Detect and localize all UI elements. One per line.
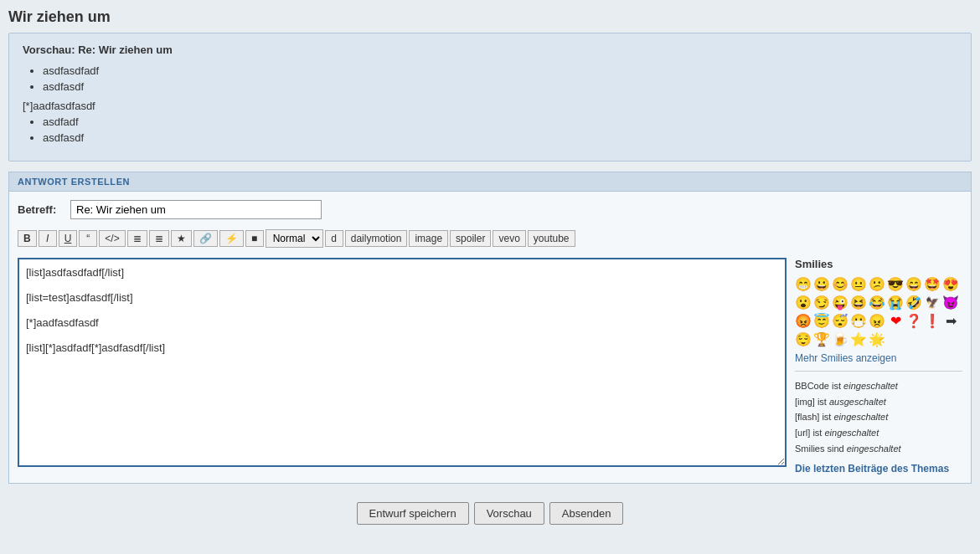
toolbar: B I U “ </> ≣ ≣ ★ 🔗 ⚡ ■ Normal Small Lar…	[18, 226, 962, 251]
smiley-icon[interactable]: 🏆	[813, 331, 830, 347]
draft-button[interactable]: Entwurf speichern	[357, 502, 469, 525]
quote-button[interactable]: “	[79, 230, 97, 247]
letzten-beitraege-link[interactable]: Die letzten Beiträge des Themas	[795, 463, 962, 474]
preview-list-item: asdfasdfadf	[43, 64, 957, 77]
smiley-icon[interactable]: 🌟	[869, 331, 885, 347]
preview-title: Vorschau: Re: Wir ziehen um	[23, 44, 957, 56]
smiley-icon[interactable]: 😷	[850, 312, 867, 329]
color-button[interactable]: ■	[245, 230, 264, 247]
underline-button[interactable]: U	[59, 230, 78, 247]
smiley-icon[interactable]: 😈	[942, 294, 959, 310]
smiley-icon[interactable]: 😊	[832, 275, 848, 292]
editor-column: [list]asdfasdfadf[/list] [list=test]asdf…	[18, 258, 787, 474]
bold-button[interactable]: B	[18, 230, 37, 247]
bbcode-info: BBCode ist eingeschaltet [img] ist ausge…	[795, 371, 962, 456]
smiley-icon[interactable]: 😡	[795, 312, 812, 329]
preview-list-item: asdfadf	[43, 115, 957, 128]
smiley-icon[interactable]: 😀	[813, 275, 830, 292]
link-button[interactable]: 🔗	[193, 230, 218, 247]
preview-list-item: asdfasdf	[43, 131, 957, 144]
preview-list-item: asdfasdf	[43, 80, 957, 93]
submit-button[interactable]: Absenden	[549, 502, 624, 525]
button-row: Entwurf speichern Vorschau Absenden	[8, 492, 972, 535]
smilies-column: Smilies 😁 😀 😊 😐 😕 😎 😄 🤩 😍 😮 😏 😜	[795, 258, 962, 474]
mehr-smilies-link[interactable]: Mehr Smilies anzeigen	[795, 352, 962, 364]
smiley-icon[interactable]: 😏	[813, 294, 830, 310]
star-button[interactable]: ★	[171, 230, 192, 247]
bbcode-status: eingeschaltet	[843, 381, 898, 391]
code-button[interactable]: </>	[99, 230, 125, 247]
smiley-icon[interactable]: 😄	[905, 275, 922, 292]
preview-list-1: asdfasdfadf asdfasdf	[43, 64, 957, 93]
img-label: [img] ist	[795, 397, 829, 407]
betreff-row: Betreff:	[18, 200, 962, 219]
smiley-icon[interactable]: 🦅	[924, 294, 941, 310]
smilies-sind-status: eingeschaltet	[847, 444, 901, 454]
smilies-sind-label: Smilies sind	[795, 444, 847, 454]
list-ordered-button[interactable]: ≣	[149, 230, 169, 247]
list-unordered-button[interactable]: ≣	[127, 230, 147, 247]
smiley-icon[interactable]: 😠	[869, 312, 885, 329]
page-title: Wir ziehen um	[8, 8, 972, 26]
smiley-icon[interactable]: 😴	[832, 312, 848, 329]
smiley-icon[interactable]: 😎	[887, 275, 904, 292]
smiley-icon[interactable]: 😕	[869, 275, 885, 292]
editor-textarea[interactable]: [list]asdfasdfadf[/list] [list=test]asdf…	[18, 258, 787, 467]
preview-plain-text: [*]aadfasdfasdf	[23, 100, 957, 112]
url-label: [url] ist	[795, 428, 824, 438]
smiley-icon[interactable]: 😭	[887, 294, 904, 310]
smiley-icon[interactable]: ❤	[887, 312, 904, 329]
img-status: ausgeschaltet	[829, 397, 886, 407]
smilies-title: Smilies	[795, 258, 962, 270]
preview-list-2: asdfadf asdfasdf	[43, 115, 957, 144]
url-status: eingeschaltet	[824, 428, 879, 438]
spoiler-button[interactable]: spoiler	[450, 230, 491, 247]
dailymotion-button[interactable]: dailymotion	[345, 230, 408, 247]
smiley-icon[interactable]: 😁	[795, 275, 812, 292]
smiley-icon[interactable]: 🍺	[832, 331, 848, 347]
preview-button[interactable]: Vorschau	[474, 502, 544, 525]
betreff-input[interactable]	[70, 200, 322, 219]
smiley-icon[interactable]: 🤩	[924, 275, 941, 292]
d-button[interactable]: d	[325, 230, 343, 247]
italic-button[interactable]: I	[39, 230, 57, 247]
smiley-icon[interactable]: 😜	[832, 294, 848, 310]
flash-status: eingeschaltet	[833, 412, 888, 422]
smiley-icon[interactable]: 😆	[850, 294, 867, 310]
image-button[interactable]: image	[409, 230, 448, 247]
smiley-icon[interactable]: 😌	[795, 331, 812, 347]
smiley-icon[interactable]: ❗	[924, 312, 941, 329]
smiley-icon[interactable]: 😮	[795, 294, 812, 310]
smiley-icon[interactable]: 🤣	[905, 294, 922, 310]
smiley-icon[interactable]: 😂	[869, 294, 885, 310]
smiley-icon[interactable]: ⭐	[850, 331, 867, 347]
font-size-select[interactable]: Normal Small Large Huge	[266, 229, 323, 248]
lightning-button[interactable]: ⚡	[219, 230, 244, 247]
smiley-icon[interactable]: 😍	[942, 275, 959, 292]
main-editor-area: [list]asdfasdfadf[/list] [list=test]asdf…	[18, 258, 962, 474]
smiley-icon[interactable]: 😐	[850, 275, 867, 292]
flash-label: [flash] ist	[795, 412, 833, 422]
smilies-grid: 😁 😀 😊 😐 😕 😎 😄 🤩 😍 😮 😏 😜 😆 😂	[795, 275, 962, 347]
betreff-label: Betreff:	[18, 203, 64, 216]
youtube-button[interactable]: youtube	[528, 230, 575, 247]
smiley-icon[interactable]: ❓	[905, 312, 922, 329]
smiley-icon[interactable]: 😇	[813, 312, 830, 329]
bbcode-label: BBCode ist	[795, 381, 843, 391]
vevo-button[interactable]: vevo	[493, 230, 525, 247]
preview-box: Vorschau: Re: Wir ziehen um asdfasdfadf …	[8, 33, 972, 162]
reply-form: ANTWORT ERSTELLEN Betreff: B I U “ </> ≣…	[8, 172, 972, 484]
form-section-header: ANTWORT ERSTELLEN	[9, 172, 971, 192]
smiley-icon[interactable]: ➡	[942, 312, 959, 329]
